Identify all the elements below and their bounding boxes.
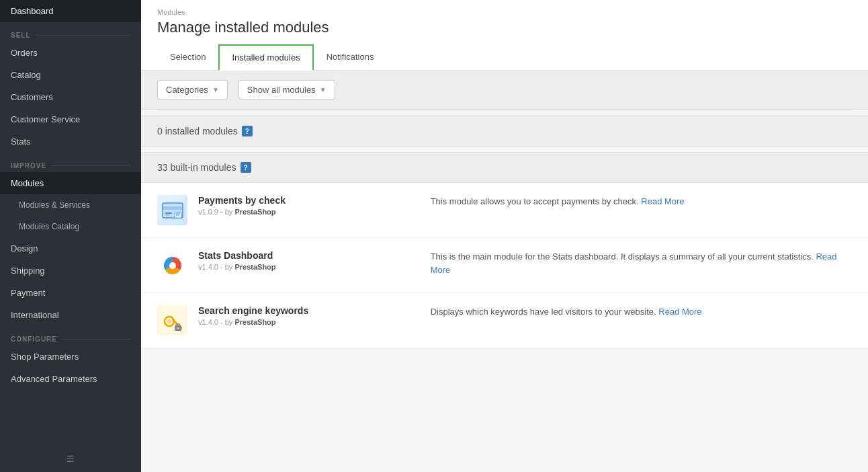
module-info-stats-dashboard: Stats Dashboard v1.4.0 - by PrestaShop [198,250,409,274]
sidebar-item-shipping[interactable]: Shipping [0,260,141,282]
tab-installed-modules[interactable]: Installed modules [218,44,313,71]
builtin-modules-title: 33 built-in modules ? [157,162,852,173]
svg-point-11 [167,319,171,323]
sidebar-item-modules-catalog[interactable]: Modules Catalog [0,216,141,237]
sidebar-item-international[interactable]: International [0,304,141,326]
read-more-link[interactable]: Read More [658,307,701,317]
sidebar-section-improve: IMPROVE [0,153,141,172]
sidebar: Dashboard SELL Orders Catalog Customers … [0,0,141,472]
installed-modules-title: 0 installed modules ? [157,126,852,136]
sidebar-item-shop-parameters[interactable]: Shop Parameters [0,346,141,368]
filter-bar: Categories ▼ Show all modules ▼ [141,71,868,110]
content-area: Categories ▼ Show all modules ▼ 0 instal… [141,71,868,472]
main-content: Modules Manage installed modules Selecti… [141,0,868,472]
sidebar-item-stats[interactable]: Stats [0,130,141,153]
table-row: Stats Dashboard v1.4.0 - by PrestaShop T… [141,238,868,293]
divider [157,110,852,110]
sidebar-dashboard-label: Dashboard [11,6,54,16]
svg-rect-4 [165,214,169,216]
module-name: Stats Dashboard [198,250,409,261]
module-description: This is the main module for the Stats da… [431,250,852,276]
module-version: v1.0.9 - by PrestaShop [198,208,409,216]
sidebar-item-modules-services[interactable]: Modules & Services [0,194,141,216]
module-description: This module allows you to accept payment… [431,195,852,208]
svg-rect-3 [165,212,172,214]
svg-rect-2 [163,206,183,210]
tab-selection[interactable]: Selection [157,44,218,71]
show-all-modules-dropdown[interactable]: Show all modules ▼ [238,80,335,100]
sidebar-section-sell: SELL [0,22,141,42]
sidebar-item-design[interactable]: Design [0,237,141,260]
module-name: Payments by check [198,195,409,206]
module-info-payments-by-check: Payments by check v1.0.9 - by PrestaShop [198,195,409,219]
categories-dropdown[interactable]: Categories ▼ [157,80,228,100]
module-icon-stats-dashboard [157,250,187,280]
chevron-down-icon: ▼ [320,86,327,93]
tab-notifications[interactable]: Notifications [314,44,387,71]
sidebar-menu-button[interactable]: ☰ [0,446,141,472]
sidebar-item-catalog[interactable]: Catalog [0,64,141,86]
tab-bar: Selection Installed modules Notification… [157,44,852,70]
svg-point-17 [177,327,179,329]
sidebar-item-orders[interactable]: Orders [0,42,141,64]
sidebar-item-customers[interactable]: Customers [0,86,141,108]
sidebar-item-dashboard[interactable]: Dashboard [0,0,141,22]
page-header: Modules Manage installed modules Selecti… [141,0,868,71]
builtin-modules-section-header: 33 built-in modules ? [141,152,868,183]
builtin-modules-help-badge[interactable]: ? [241,162,251,173]
module-version: v1.4.0 - by PrestaShop [198,263,409,271]
installed-modules-help-badge[interactable]: ? [242,126,253,136]
module-icon-payments-by-check [157,195,187,225]
module-name: Search engine keywords [198,305,409,316]
sidebar-section-configure: CONFIGURE [0,326,141,346]
chevron-down-icon: ▼ [212,86,219,93]
sidebar-item-payment[interactable]: Payment [0,282,141,304]
read-more-link[interactable]: Read More [641,196,684,206]
breadcrumb: Modules [157,8,852,16]
sidebar-item-modules[interactable]: Modules [0,172,141,194]
page-title: Manage installed modules [157,19,852,36]
module-version: v1.4.0 - by PrestaShop [198,318,409,326]
module-info-search-engine-keywords: Search engine keywords v1.4.0 - by Prest… [198,305,409,329]
table-row: Search engine keywords v1.4.0 - by Prest… [141,293,868,348]
sidebar-item-advanced-parameters[interactable]: Advanced Parameters [0,368,141,390]
svg-point-9 [169,262,176,269]
module-description: Displays which keywords have led visitor… [431,305,852,319]
module-list: Payments by check v1.0.9 - by PrestaShop… [141,183,868,348]
module-icon-search-engine-keywords [157,305,187,336]
installed-modules-section-header: 0 installed modules ? [141,116,868,147]
sidebar-item-customer-service[interactable]: Customer Service [0,108,141,130]
table-row: Payments by check v1.0.9 - by PrestaShop… [141,183,868,238]
